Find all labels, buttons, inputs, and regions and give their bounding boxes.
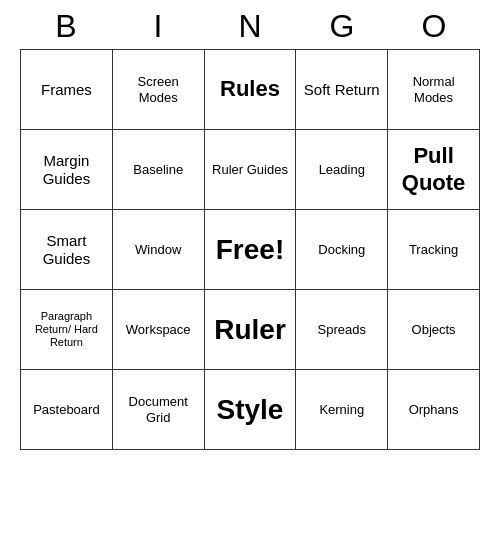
grid-row-2: Smart GuidesWindowFree!DockingTracking bbox=[21, 210, 480, 290]
grid-cell-0-1: Screen Modes bbox=[113, 50, 205, 130]
cell-text-4-4: Orphans bbox=[409, 402, 459, 418]
cell-text-2-2: Free! bbox=[216, 233, 284, 267]
grid-cell-1-1: Baseline bbox=[113, 130, 205, 210]
header-letter-b: B bbox=[20, 8, 112, 45]
cell-text-1-0: Margin Guides bbox=[25, 152, 108, 188]
grid-row-1: Margin GuidesBaselineRuler GuidesLeading… bbox=[21, 130, 480, 210]
grid-cell-0-2: Rules bbox=[205, 50, 297, 130]
cell-text-0-2: Rules bbox=[220, 76, 280, 102]
grid-cell-2-1: Window bbox=[113, 210, 205, 290]
grid-cell-4-3: Kerning bbox=[296, 370, 388, 450]
cell-text-0-3: Soft Return bbox=[304, 81, 380, 99]
cell-text-4-3: Kerning bbox=[319, 402, 364, 418]
cell-text-1-3: Leading bbox=[319, 162, 365, 178]
cell-text-3-3: Spreads bbox=[318, 322, 366, 338]
grid-cell-0-4: Normal Modes bbox=[388, 50, 480, 130]
header-letter-g: G bbox=[296, 8, 388, 45]
cell-text-2-0: Smart Guides bbox=[25, 232, 108, 268]
grid-row-3: Paragraph Return/ Hard ReturnWorkspaceRu… bbox=[21, 290, 480, 370]
grid-row-0: FramesScreen ModesRulesSoft ReturnNormal… bbox=[21, 50, 480, 130]
grid-cell-1-3: Leading bbox=[296, 130, 388, 210]
cell-text-2-4: Tracking bbox=[409, 242, 458, 258]
grid-cell-4-0: Pasteboard bbox=[21, 370, 113, 450]
cell-text-2-1: Window bbox=[135, 242, 181, 258]
cell-text-0-0: Frames bbox=[41, 81, 92, 99]
grid-cell-2-0: Smart Guides bbox=[21, 210, 113, 290]
grid-cell-4-2: Style bbox=[205, 370, 297, 450]
cell-text-3-2: Ruler bbox=[214, 313, 286, 347]
grid-cell-1-2: Ruler Guides bbox=[205, 130, 297, 210]
grid-cell-0-0: Frames bbox=[21, 50, 113, 130]
grid-cell-3-0: Paragraph Return/ Hard Return bbox=[21, 290, 113, 370]
grid-cell-0-3: Soft Return bbox=[296, 50, 388, 130]
cell-text-1-2: Ruler Guides bbox=[212, 162, 288, 178]
cell-text-4-1: Document Grid bbox=[117, 394, 200, 425]
grid-cell-4-1: Document Grid bbox=[113, 370, 205, 450]
grid-cell-3-4: Objects bbox=[388, 290, 480, 370]
cell-text-1-4: Pull Quote bbox=[392, 143, 475, 196]
cell-text-0-4: Normal Modes bbox=[392, 74, 475, 105]
cell-text-3-1: Workspace bbox=[126, 322, 191, 338]
cell-text-1-1: Baseline bbox=[133, 162, 183, 178]
header-letter-o: O bbox=[388, 8, 480, 45]
cell-text-4-0: Pasteboard bbox=[33, 402, 100, 418]
cell-text-4-2: Style bbox=[217, 393, 284, 427]
grid-cell-2-4: Tracking bbox=[388, 210, 480, 290]
cell-text-2-3: Docking bbox=[318, 242, 365, 258]
header-letter-i: I bbox=[112, 8, 204, 45]
cell-text-3-4: Objects bbox=[412, 322, 456, 338]
grid-cell-3-1: Workspace bbox=[113, 290, 205, 370]
grid-cell-3-2: Ruler bbox=[205, 290, 297, 370]
grid-cell-1-4: Pull Quote bbox=[388, 130, 480, 210]
cell-text-3-0: Paragraph Return/ Hard Return bbox=[25, 310, 108, 350]
grid-cell-2-2: Free! bbox=[205, 210, 297, 290]
grid-row-4: PasteboardDocument GridStyleKerningOrpha… bbox=[21, 370, 480, 450]
cell-text-0-1: Screen Modes bbox=[117, 74, 200, 105]
bingo-grid: FramesScreen ModesRulesSoft ReturnNormal… bbox=[20, 49, 480, 450]
grid-cell-2-3: Docking bbox=[296, 210, 388, 290]
grid-cell-3-3: Spreads bbox=[296, 290, 388, 370]
bingo-header: BINGO bbox=[20, 0, 480, 49]
header-letter-n: N bbox=[204, 8, 296, 45]
grid-cell-4-4: Orphans bbox=[388, 370, 480, 450]
grid-cell-1-0: Margin Guides bbox=[21, 130, 113, 210]
